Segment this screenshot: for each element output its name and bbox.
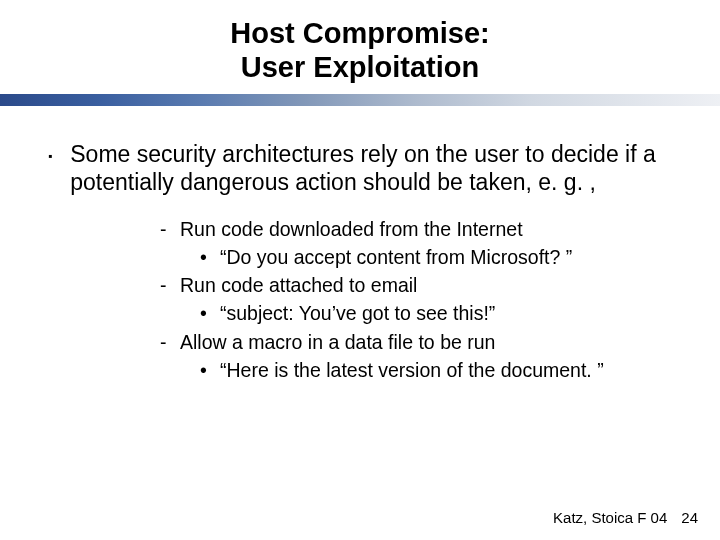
list-item: - Allow a macro in a data file to be run [160,328,672,356]
dash-icon: - [160,328,170,356]
title-line-2: User Exploitation [0,50,720,84]
bullet-dot-icon: • [200,299,210,327]
list-sub-item: • “subject: You’ve got to see this!” [160,299,672,327]
bullet-dot-icon: • [200,243,210,271]
list-item: - Run code downloaded from the Internet [160,215,672,243]
list-sub-item-text: “subject: You’ve got to see this!” [220,299,495,327]
slide: Host Compromise: User Exploitation ▪ Som… [0,0,720,540]
slide-title: Host Compromise: User Exploitation [0,0,720,84]
bullet-dot-icon: • [200,356,210,384]
list-sub-item-text: “Here is the latest version of the docum… [220,356,604,384]
footer-text: Katz, Stoica F 04 [553,509,667,526]
footer: Katz, Stoica F 04 24 [553,509,698,526]
list-item-text: Allow a macro in a data file to be run [180,328,495,356]
dash-icon: - [160,271,170,299]
content-area: ▪ Some security architectures rely on th… [0,106,720,384]
title-line-1: Host Compromise: [0,16,720,50]
list-sub-item: • “Here is the latest version of the doc… [160,356,672,384]
main-bullet-text: Some security architectures rely on the … [70,140,672,196]
list-item-text: Run code downloaded from the Internet [180,215,523,243]
page-number: 24 [681,509,698,526]
dash-icon: - [160,215,170,243]
list-item-text: Run code attached to email [180,271,417,299]
bullet-icon: ▪ [48,140,52,170]
sub-list: - Run code downloaded from the Internet … [48,215,672,385]
main-bullet: ▪ Some security architectures rely on th… [48,140,672,196]
title-divider [0,94,720,106]
list-sub-item-text: “Do you accept content from Microsoft? ” [220,243,572,271]
list-sub-item: • “Do you accept content from Microsoft?… [160,243,672,271]
list-item: - Run code attached to email [160,271,672,299]
